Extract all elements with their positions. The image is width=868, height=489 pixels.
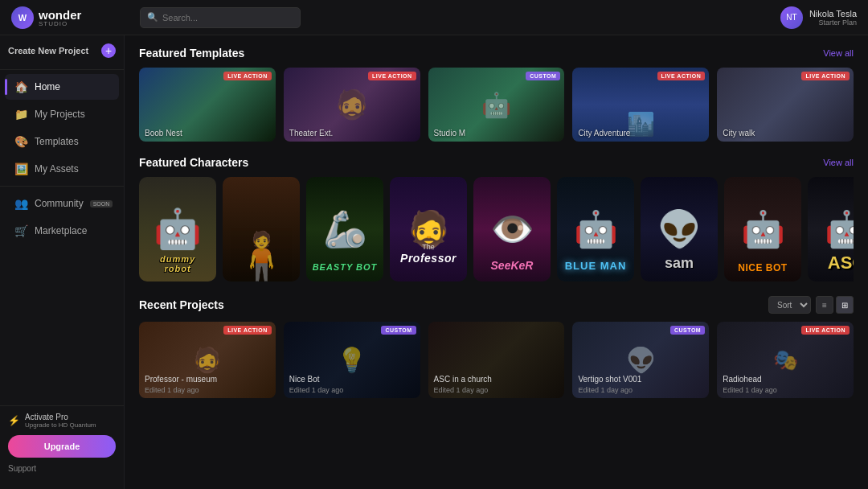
template-card-city-adventure[interactable]: 🏙️ LIVE ACTION City Adventure xyxy=(572,68,709,142)
search-input[interactable] xyxy=(162,13,293,23)
create-plus-button[interactable]: + xyxy=(101,43,116,58)
featured-characters-view-all[interactable]: View all xyxy=(823,158,854,167)
sidebar-item-label: Community xyxy=(35,198,84,209)
char-label-dummy-robot: dummyrobot xyxy=(139,254,216,273)
template-card-city-walk[interactable]: LIVE ACTION City walk xyxy=(717,68,854,142)
project-label: Radiohead xyxy=(723,375,761,384)
list-view-button[interactable]: ≡ xyxy=(816,296,833,314)
project-badge: CUSTOM xyxy=(381,326,416,335)
char-card-sam[interactable]: 👽 sam xyxy=(641,177,718,281)
user-name: Nikola Tesla xyxy=(809,9,857,18)
logo-icon: W xyxy=(11,6,34,29)
template-card-boob-nest[interactable]: LIVE ACTION Boob Nest xyxy=(139,68,276,142)
featured-templates-view-all[interactable]: View all xyxy=(823,48,854,58)
featured-templates-header: Featured Templates View all xyxy=(139,47,854,60)
activate-pro-label: Activate Pro xyxy=(25,413,96,421)
content-area: Featured Templates View all LIVE ACTION … xyxy=(125,35,868,489)
projects-icon: 📁 xyxy=(14,108,28,121)
sort-select[interactable]: Sort xyxy=(768,296,811,314)
char-card-beasty-bot[interactable]: 🦾 BEASTY BOT xyxy=(306,177,383,281)
featured-characters-header: Featured Characters View all xyxy=(139,156,854,169)
sidebar-item-label: Marketplace xyxy=(35,225,87,236)
recent-projects-header: Recent Projects Sort ≡ ⊞ xyxy=(139,296,854,314)
templates-row: LIVE ACTION Boob Nest 🧔 LIVE ACTION Thea… xyxy=(139,68,854,142)
search-bar[interactable]: 🔍 xyxy=(140,7,301,28)
sidebar-item-label: My Projects xyxy=(35,109,85,120)
char-card-asc[interactable]: 🤖 ASC xyxy=(808,177,854,281)
sidebar-item-label: Templates xyxy=(35,136,79,147)
recent-projects-title: Recent Projects xyxy=(139,298,224,311)
sidebar-divider-1 xyxy=(0,69,124,70)
activate-pro-area: ⚡ Activate Pro Upgrade to HD Quantum xyxy=(8,413,116,429)
sidebar-divider-2 xyxy=(0,186,124,187)
char-card-dummy-robot[interactable]: 🤖 dummyrobot xyxy=(139,177,216,281)
char-card-seeker[interactable]: 👁️ SeeKeR xyxy=(473,177,551,281)
sidebar: Create New Project + 🏠 Home 📁 My Project… xyxy=(0,35,125,489)
template-badge: LIVE ACTION xyxy=(223,72,272,80)
char-card-nice-bot[interactable]: 🤖 NICE BOT xyxy=(724,177,801,281)
char-card-professor[interactable]: 🧔 The Professor xyxy=(390,177,467,281)
project-date: Edited 1 day ago xyxy=(145,386,199,394)
project-card-professor-museum[interactable]: 🧔 LIVE ACTION Professor - museum Edited … xyxy=(139,322,276,398)
avatar: NT xyxy=(780,6,803,29)
char-label-seeker: SeeKeR xyxy=(473,259,551,272)
char-card-blue-man[interactable]: 🤖 BLUE MAN xyxy=(557,177,634,281)
grid-view-button[interactable]: ⊞ xyxy=(836,296,854,314)
char-label-sam: sam xyxy=(641,255,718,272)
projects-row: 🧔 LIVE ACTION Professor - museum Edited … xyxy=(139,322,854,398)
logo-area: W wonder STUDIO xyxy=(11,6,132,29)
project-badge: CUSTOM xyxy=(670,326,705,335)
sidebar-item-my-projects[interactable]: 📁 My Projects xyxy=(5,101,119,127)
project-label: Nice Bot xyxy=(289,375,320,384)
template-label: Boob Nest xyxy=(145,129,182,138)
char-label-blue-man: BLUE MAN xyxy=(557,260,634,272)
user-plan: Starter Plan xyxy=(809,18,857,27)
upgrade-button[interactable]: Upgrade xyxy=(8,435,116,458)
sidebar-item-home[interactable]: 🏠 Home xyxy=(5,74,119,100)
create-label: Create New Project xyxy=(8,46,88,55)
activate-icon: ⚡ xyxy=(8,415,20,426)
topbar-right: NT Nikola Tesla Starter Plan xyxy=(780,6,857,29)
support-link[interactable]: Support xyxy=(8,462,116,475)
project-card-nice-bot[interactable]: 💡 CUSTOM Nice Bot Edited 1 day ago xyxy=(284,322,420,398)
project-label: Professor - museum xyxy=(145,375,217,384)
char-card-2[interactable]: 🧍 xyxy=(223,177,300,281)
sidebar-item-templates[interactable]: 🎨 Templates xyxy=(5,129,119,154)
characters-row: 🤖 dummyrobot 🧍 🦾 BEASTY BOT 🧔 xyxy=(139,177,854,281)
featured-templates-title: Featured Templates xyxy=(139,47,244,60)
template-label: City Adventure xyxy=(578,129,630,138)
project-date: Edited 1 day ago xyxy=(289,386,344,394)
project-date: Edited 1 day ago xyxy=(434,386,489,394)
project-date: Edited 1 day ago xyxy=(578,386,633,394)
template-card-theater-ext[interactable]: 🧔 LIVE ACTION Theater Ext. xyxy=(284,68,420,142)
sort-controls: Sort ≡ ⊞ xyxy=(768,296,854,314)
template-label: City walk xyxy=(723,129,755,138)
soon-badge: SOON xyxy=(90,200,113,208)
app-name: wonder xyxy=(39,8,81,22)
featured-characters-title: Featured Characters xyxy=(139,156,248,169)
sidebar-item-my-assets[interactable]: 🖼️ My Assets xyxy=(5,156,119,182)
sidebar-item-marketplace[interactable]: 🛒 Marketplace xyxy=(5,218,119,244)
project-card-asc-church[interactable]: ASC in a church Edited 1 day ago xyxy=(428,322,565,398)
project-badge: LIVE ACTION xyxy=(801,326,850,335)
template-card-studio-m[interactable]: 🤖 CUSTOM Studio M xyxy=(428,68,565,142)
sidebar-item-community[interactable]: 👥 Community SOON xyxy=(5,191,119,216)
templates-icon: 🎨 xyxy=(14,135,28,148)
template-label: Theater Ext. xyxy=(289,129,333,138)
logo-text-group: wonder STUDIO xyxy=(39,8,81,27)
template-badge: LIVE ACTION xyxy=(368,72,416,80)
marketplace-icon: 🛒 xyxy=(14,224,28,237)
char-label-beasty-bot: BEASTY BOT xyxy=(306,262,383,272)
project-date: Edited 1 day ago xyxy=(723,386,777,394)
char-label-asc: ASC xyxy=(808,253,854,273)
char-label-nice-bot: NICE BOT xyxy=(724,262,801,273)
sidebar-item-label: My Assets xyxy=(35,163,79,175)
main-layout: Create New Project + 🏠 Home 📁 My Project… xyxy=(0,35,868,489)
project-card-radiohead[interactable]: 🎭 LIVE ACTION Radiohead Edited 1 day ago xyxy=(717,322,854,398)
project-label: ASC in a church xyxy=(434,375,492,384)
user-info: Nikola Tesla Starter Plan xyxy=(809,9,857,27)
template-badge: CUSTOM xyxy=(526,72,560,80)
activate-text-group: Activate Pro Upgrade to HD Quantum xyxy=(25,413,96,429)
sidebar-item-label: Home xyxy=(35,81,60,92)
project-card-vertigo-shot[interactable]: 👽 CUSTOM Vertigo shot V001 Edited 1 day … xyxy=(572,322,709,398)
